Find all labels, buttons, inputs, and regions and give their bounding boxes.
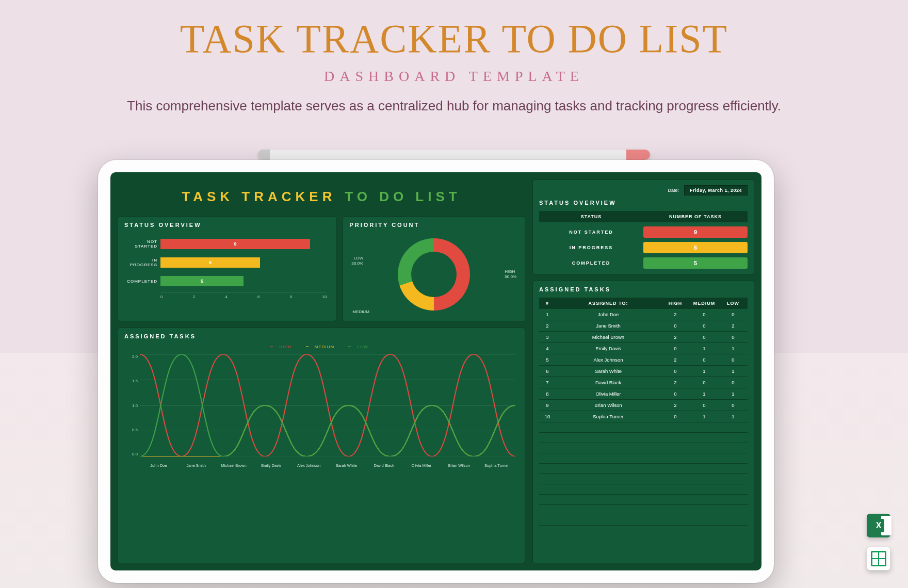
so-not-started-value: 9 <box>643 226 748 238</box>
table-row: 9Brian Wilson200 <box>539 400 748 411</box>
dashboard-title: TASK TRACKER TO DO LIST <box>118 179 525 210</box>
hero: TASK TRACKER TO DO LIST DASHBOARD TEMPLA… <box>0 0 908 114</box>
table-row: 10Sophia Turner011 <box>539 411 748 422</box>
date-value: Friday, March 1, 2024 <box>684 185 748 195</box>
col-assigned-to: ASSIGNED TO: <box>556 301 661 306</box>
date-label: Date: <box>668 188 679 193</box>
table-row: 6Sarah White011 <box>539 366 748 377</box>
assigned-tasks-line-chart: 2.01.51.00.50.0 John DoeJane SmithMichae… <box>124 351 518 470</box>
dashboard-title-a: TASK TRACKER <box>182 189 336 204</box>
status-overview-title: STATUS OVERVIEW <box>124 222 330 228</box>
bar-x-axis: 0246810 <box>160 292 327 299</box>
bar-in-progress: 6 <box>160 257 260 268</box>
donut-label-high: HIGH50.0% <box>505 269 516 279</box>
excel-icon[interactable]: X <box>867 514 890 537</box>
priority-count-title: PRIORITY COUNT <box>349 222 518 228</box>
google-sheets-icon[interactable] <box>867 547 890 570</box>
col-status: STATUS <box>539 214 643 219</box>
status-overview-panel: STATUS OVERVIEW NOT STARTED 9 IN PROGRES… <box>118 216 336 321</box>
assigned-tasks-chart-panel: ASSIGNED TASKS ━ HIGH ━ MEDIUM ━ LOW 2.0… <box>118 328 525 563</box>
hero-subtitle: DASHBOARD TEMPLATE <box>0 68 908 85</box>
assigned-table-body: 1John Doe2002Jane Smith0023Michael Brown… <box>539 309 748 558</box>
donut-icon <box>398 238 470 311</box>
status-overview-table: STATUS NUMBER OF TASKS NOT STARTED 9 IN … <box>539 211 748 269</box>
bar-not-started: 9 <box>160 239 310 249</box>
dashboard-screen: TASK TRACKER TO DO LIST STATUS OVERVIEW … <box>110 172 761 570</box>
col-high: HIGH <box>661 301 690 306</box>
bar-label-not-started: NOT STARTED <box>124 239 157 249</box>
status-overview-table-title: STATUS OVERVIEW <box>539 200 748 206</box>
priority-donut-chart: HIGH50.0% LOW30.0% MEDIUM <box>349 233 518 316</box>
donut-label-low: LOW30.0% <box>351 256 363 266</box>
so-completed-label: COMPLETED <box>539 260 643 266</box>
status-overview-chart: NOT STARTED 9 IN PROGRESS 6 COMPLETED 5 … <box>124 233 330 307</box>
so-in-progress-value: 6 <box>643 242 748 253</box>
dashboard-title-b: TO DO LIST <box>345 189 461 204</box>
so-in-progress-label: IN PROGRESS <box>539 245 643 250</box>
table-row: 2Jane Smith002 <box>539 320 748 332</box>
table-row: 4Emily Davis011 <box>539 343 748 354</box>
col-medium: MEDIUM <box>690 301 719 306</box>
table-row: 5Alex Johnson200 <box>539 354 748 366</box>
col-low: LOW <box>719 301 748 306</box>
assigned-tasks-chart-title: ASSIGNED TASKS <box>124 333 518 339</box>
bar-label-completed: COMPLETED <box>124 279 157 284</box>
col-num-tasks: NUMBER OF TASKS <box>643 214 748 219</box>
line-x-axis: John DoeJane SmithMichael BrownEmily Dav… <box>140 463 515 468</box>
table-row: 7David Black200 <box>539 377 748 388</box>
bar-label-in-progress: IN PROGRESS <box>124 258 157 267</box>
line-chart-legend: ━ HIGH ━ MEDIUM ━ LOW <box>124 345 518 349</box>
assigned-tasks-table-title: ASSIGNED TASKS <box>539 286 748 292</box>
hero-title: TASK TRACKER TO DO LIST <box>0 15 908 62</box>
assigned-table-header: # ASSIGNED TO: HIGH MEDIUM LOW <box>539 298 748 309</box>
status-overview-table-panel: Date: Friday, March 1, 2024 STATUS OVERV… <box>532 179 754 274</box>
tablet-frame: TASK TRACKER TO DO LIST STATUS OVERVIEW … <box>98 160 774 583</box>
stylus-icon <box>258 150 650 160</box>
col-num: # <box>539 301 556 306</box>
so-completed-value: 5 <box>643 257 748 269</box>
table-row: 8Olivia Miller011 <box>539 388 748 400</box>
priority-count-panel: PRIORITY COUNT HIGH50.0% LOW30.0% MEDIUM <box>343 216 525 321</box>
donut-label-medium: MEDIUM <box>352 309 369 315</box>
bar-completed: 5 <box>160 276 244 286</box>
line-y-axis: 2.01.51.00.50.0 <box>125 354 138 456</box>
assigned-tasks-table-panel: ASSIGNED TASKS # ASSIGNED TO: HIGH MEDIU… <box>532 281 754 563</box>
table-row: 3Michael Brown200 <box>539 332 748 343</box>
table-row: 1John Doe200 <box>539 309 748 320</box>
hero-description: This comprehensive template serves as a … <box>0 98 908 114</box>
so-not-started-label: NOT STARTED <box>539 230 643 235</box>
